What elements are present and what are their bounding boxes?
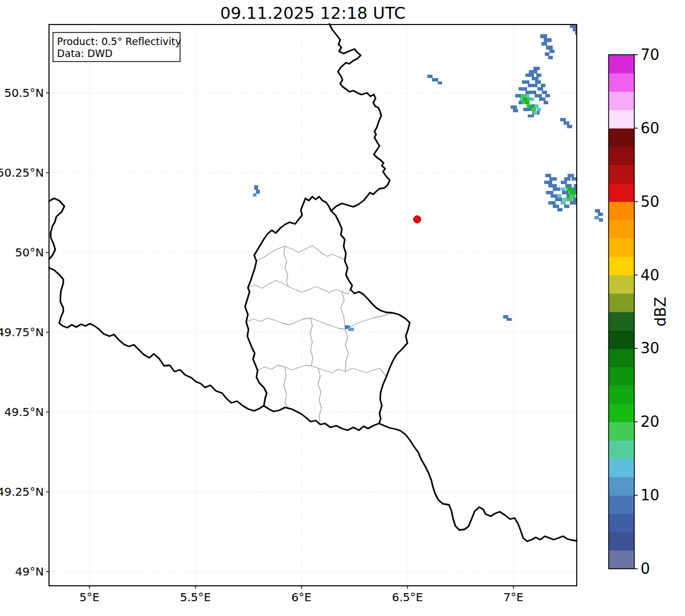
radar-echo-cell [432, 78, 438, 81]
radar-echo-cell [544, 101, 548, 104]
radar-echo-cell [348, 328, 354, 331]
radar-echo-cell [545, 174, 551, 177]
colorbar-bin [609, 55, 634, 74]
colorbar-bin [609, 440, 634, 459]
lon-tick-label: 7°E [503, 590, 523, 604]
colorbar-bin [609, 385, 634, 404]
radar-echo-cell [567, 125, 572, 128]
radar-echo-cell [529, 70, 537, 74]
radar-echo-cell [525, 94, 529, 97]
radar-echo-cell [511, 105, 517, 109]
radar-echo-cell [535, 80, 541, 84]
radar-echo-cell [568, 174, 574, 177]
radar-figure: 5°E5.5°E6°E6.5°E7°E50.5°N50.25°N50°N49.7… [0, 0, 685, 616]
radar-echo-cell [532, 77, 539, 80]
map-background [49, 25, 577, 586]
radar-echo-cell [561, 187, 565, 191]
radar-echo-cell [541, 84, 545, 87]
colorbar-bin [609, 220, 634, 239]
radar-echo-cell [521, 94, 526, 97]
colorbar-bin [609, 110, 634, 129]
radar-map-canvas: 5°E5.5°E6°E6.5°E7°E50.5°N50.25°N50°N49.7… [0, 0, 685, 616]
radar-echo-cell [546, 191, 553, 194]
radar-echo-cell [513, 109, 518, 112]
radar-echo-cell [555, 198, 562, 201]
radar-echo-cell [562, 191, 568, 194]
radar-echo-cell [560, 118, 566, 121]
colorbar-bin [609, 183, 634, 202]
colorbar-tick-label: 50 [641, 193, 659, 210]
radar-echo-cell [528, 84, 537, 87]
radar-echo-cell [427, 75, 433, 78]
radar-echo-cell [557, 208, 562, 211]
radar-echo-cell [548, 184, 557, 187]
radar-echo-cell [564, 177, 570, 181]
radar-echo-cell [528, 115, 534, 117]
radar-echo-cell [537, 87, 543, 91]
colorbar-bin [609, 165, 634, 183]
radar-echo-cell [545, 52, 549, 56]
lon-tick-label: 5.5°E [180, 590, 211, 604]
radar-echo-cell [544, 181, 552, 184]
radar-echo-cell [541, 42, 547, 46]
colorbar-tick-label: 20 [641, 413, 659, 430]
radar-echo-cell [549, 50, 554, 53]
colorbar-bin [609, 495, 634, 514]
station-marker [414, 216, 421, 223]
colorbar-tick-label: 30 [641, 340, 659, 357]
colorbar-bin [609, 275, 634, 294]
radar-echo-cell [525, 74, 534, 77]
radar-echo-cell [533, 67, 540, 70]
colorbar-bin [609, 73, 634, 92]
lat-tick-label: 49°N [15, 565, 44, 578]
colorbar-bin [609, 128, 634, 147]
radar-echo-cell [544, 38, 552, 42]
radar-echo-cell [522, 80, 529, 84]
radar-echo-cell [562, 201, 566, 205]
info-box-data-line: Data: DWD [57, 48, 113, 59]
radar-echo-cell [564, 205, 569, 208]
lat-tick-label: 50.5°N [5, 86, 44, 100]
radar-echo-cell [568, 187, 573, 191]
radar-echo-cell [569, 194, 576, 198]
radar-echo-cell [519, 87, 527, 91]
colorbar-bin [609, 459, 634, 478]
colorbar-bin [609, 367, 634, 386]
radar-echo-cell [565, 184, 572, 187]
radar-echo-cell [540, 34, 547, 38]
radar-echo-cell [523, 97, 527, 101]
radar-echo-cell [525, 101, 529, 104]
colorbar-bin [609, 293, 634, 312]
colorbar-bin [609, 403, 634, 422]
colorbar-bin [609, 550, 634, 569]
lon-tick-label: 6.5°E [392, 590, 423, 604]
radar-echo-cell [553, 187, 560, 191]
radar-echo-cell [537, 108, 541, 111]
radar-echo-cell [533, 111, 537, 114]
radar-echo-cell [545, 94, 550, 97]
radar-echo-cell [529, 105, 532, 108]
radar-echo-cell [520, 97, 523, 101]
radar-echo-cell [253, 193, 256, 197]
radar-echo-cell [563, 198, 568, 201]
radar-echo-cell [256, 190, 260, 194]
radar-echo-cell [570, 191, 576, 194]
radar-echo-cell [525, 91, 536, 94]
colorbar-bin [609, 312, 634, 331]
colorbar-axis-label: dBZ [652, 297, 669, 327]
colorbar-bin [609, 146, 634, 165]
colorbar-bin [609, 348, 634, 367]
radar-echo-cell [599, 218, 603, 222]
colorbar-tick-label: 60 [641, 120, 659, 137]
radar-echo-cell [254, 185, 258, 190]
lat-tick-label: 50°N [15, 246, 44, 259]
radar-echo-cell [548, 56, 553, 59]
info-box-product-line: Product: 0.5° Reflectivity [57, 36, 181, 47]
radar-echo-cell [567, 198, 572, 201]
radar-echo-cell [539, 97, 545, 101]
radar-echo-cell [530, 97, 534, 101]
colorbar-bin [609, 532, 634, 551]
lat-tick-label: 49.25°N [0, 485, 44, 499]
colorbar-bin [609, 238, 634, 257]
radar-echo-cell [438, 81, 442, 84]
